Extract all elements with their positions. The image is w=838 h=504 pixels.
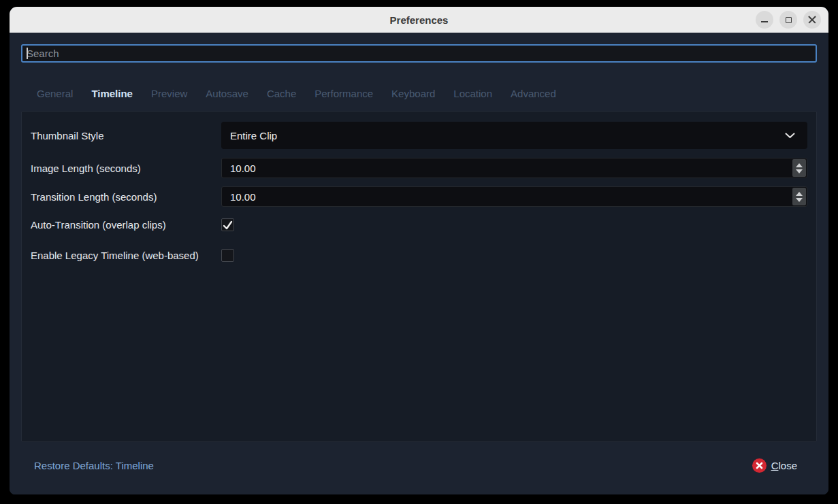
close-button-label: Close <box>771 460 797 471</box>
tab-cache[interactable]: Cache <box>267 88 296 99</box>
spinbox-value: 10.00 <box>222 163 256 174</box>
setting-label: Image Length (seconds) <box>31 163 221 174</box>
image-length-spinbox[interactable]: 10.00 <box>221 158 807 178</box>
spinbox-value: 10.00 <box>222 191 256 203</box>
window-title: Preferences <box>10 14 828 26</box>
thumbnail-style-dropdown[interactable]: Entire Clip <box>221 122 807 149</box>
close-icon <box>808 16 816 24</box>
maximize-button[interactable] <box>779 11 797 29</box>
arrow-down-icon <box>796 169 803 173</box>
close-window-button[interactable] <box>803 11 821 29</box>
spin-up-button[interactable] <box>796 163 803 167</box>
minimize-icon <box>761 21 768 22</box>
tab-performance[interactable]: Performance <box>315 88 373 99</box>
legacy-timeline-checkbox[interactable] <box>221 249 234 262</box>
setting-row-transition-length: Transition Length (seconds) 10.00 <box>31 186 807 207</box>
dialog-body: General Timeline Preview Autosave Cache … <box>10 33 828 494</box>
close-button[interactable]: Close <box>752 457 797 473</box>
spinbox-stepper <box>792 188 806 205</box>
transition-length-spinbox[interactable]: 10.00 <box>221 186 807 207</box>
spin-up-button[interactable] <box>796 192 803 196</box>
tab-timeline[interactable]: Timeline <box>91 88 133 99</box>
maximize-icon <box>786 17 792 23</box>
tab-autosave[interactable]: Autosave <box>206 88 248 99</box>
spin-down-button[interactable] <box>796 169 803 173</box>
window-controls <box>756 11 821 29</box>
search-input[interactable] <box>21 44 817 63</box>
tab-general[interactable]: General <box>37 88 73 99</box>
titlebar: Preferences <box>10 7 828 33</box>
setting-label: Thumbnail Style <box>31 130 221 141</box>
preferences-window: Preferences General Timeline Preview Aut… <box>10 7 828 494</box>
text-caret <box>27 48 28 59</box>
close-circle-icon <box>752 458 767 473</box>
settings-panel: Thumbnail Style Entire Clip Image Length… <box>21 111 817 442</box>
search-container <box>21 44 817 63</box>
tab-keyboard[interactable]: Keyboard <box>391 88 435 99</box>
spinbox-stepper <box>792 159 806 177</box>
arrow-down-icon <box>796 198 803 202</box>
arrow-up-icon <box>796 192 803 196</box>
setting-row-legacy-timeline: Enable Legacy Timeline (web-based) <box>31 248 807 263</box>
tab-preview[interactable]: Preview <box>151 88 187 99</box>
setting-row-auto-transition: Auto-Transition (overlap clips) <box>31 218 807 232</box>
tab-bar: General Timeline Preview Autosave Cache … <box>37 83 556 103</box>
arrow-up-icon <box>796 163 803 167</box>
tab-advanced[interactable]: Advanced <box>511 88 556 99</box>
restore-defaults-button[interactable]: Restore Defaults: Timeline <box>34 458 154 473</box>
setting-row-thumbnail-style: Thumbnail Style Entire Clip <box>31 122 807 149</box>
chevron-down-icon <box>785 133 795 139</box>
setting-row-image-length: Image Length (seconds) 10.00 <box>31 158 807 178</box>
checkmark-icon <box>223 220 233 230</box>
tab-location[interactable]: Location <box>453 88 492 99</box>
dropdown-selected-value: Entire Clip <box>221 130 277 141</box>
setting-label: Enable Legacy Timeline (web-based) <box>31 250 221 261</box>
spin-down-button[interactable] <box>796 198 803 202</box>
auto-transition-checkbox[interactable] <box>221 218 234 231</box>
setting-label: Transition Length (seconds) <box>31 191 221 203</box>
close-x-icon <box>756 462 763 469</box>
setting-label: Auto-Transition (overlap clips) <box>31 219 221 231</box>
minimize-button[interactable] <box>756 11 773 29</box>
